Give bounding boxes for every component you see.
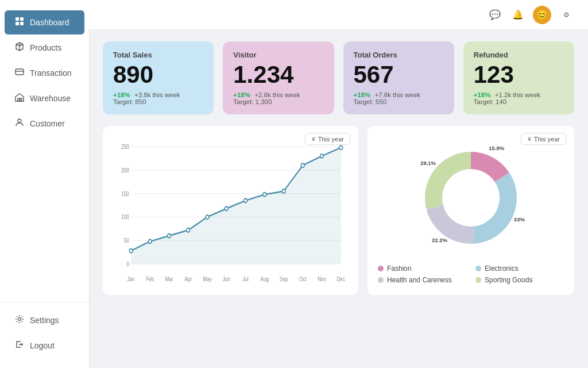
legend-dot [475, 266, 481, 271]
svg-point-38 [225, 206, 228, 210]
legend-label: Health and Careness [387, 276, 452, 284]
donut-legend: Fashion Electronics Health and Careness … [378, 264, 564, 284]
stat-weekly: +1.2k this week [495, 91, 541, 98]
legend-item: Sporting Goods [475, 276, 564, 284]
svg-point-36 [187, 228, 190, 232]
stat-card-visitor: Visitor 1.234 +18% +2.8k this week Targe… [223, 41, 334, 114]
sidebar-item-warehouse[interactable]: Warehouse [5, 86, 84, 110]
menu-icon[interactable]: ⚙ [558, 7, 574, 23]
svg-point-42 [301, 163, 304, 167]
settings-icon [15, 315, 24, 326]
svg-text:22.2%: 22.2% [432, 237, 447, 243]
sidebar-item-logout[interactable]: Logout [5, 334, 84, 358]
svg-text:33%: 33% [514, 217, 525, 223]
svg-text:Feb: Feb [146, 276, 154, 282]
sidebar-label: Transaction [30, 68, 72, 78]
sidebar-item-transaction[interactable]: Transaction [5, 61, 84, 85]
stat-target: Target: 1,300 [233, 98, 323, 105]
sidebar-label: Logout [30, 341, 55, 350]
stat-title: Total Sales [113, 51, 203, 59]
svg-rect-2 [16, 22, 19, 25]
svg-point-40 [263, 193, 266, 197]
charts-row: ∨ This year 050100150200250JanFebMarAprM… [103, 126, 574, 295]
stat-value: 567 [354, 62, 444, 88]
svg-point-35 [168, 234, 171, 238]
donut-chart: 15.8%33%22.2%29.1% [413, 140, 528, 255]
stat-sub: +18% +7.8k this week [354, 91, 444, 98]
svg-text:50: 50 [124, 238, 129, 244]
stat-percent: +18% [233, 91, 250, 98]
svg-point-43 [320, 154, 324, 158]
svg-rect-6 [20, 98, 22, 101]
svg-text:200: 200 [121, 167, 129, 174]
svg-rect-0 [16, 17, 19, 21]
stat-value: 1.234 [233, 62, 323, 88]
content-area: Total Sales 890 +18% +3.8k this week Tar… [89, 30, 588, 368]
svg-text:Jul: Jul [242, 276, 248, 282]
svg-text:Dec: Dec [336, 276, 345, 282]
legend-item: Health and Careness [378, 276, 466, 284]
stat-value: 123 [474, 62, 564, 88]
stat-weekly: +3.8k this week [134, 91, 180, 98]
bell-icon[interactable]: 🔔 [510, 7, 526, 23]
customer-icon [15, 118, 24, 129]
svg-text:29.1%: 29.1% [420, 160, 436, 166]
legend-dot [378, 266, 384, 271]
stat-percent: +18% [474, 91, 491, 98]
stat-target: Target: 550 [354, 98, 444, 105]
stat-title: Visitor [233, 51, 323, 59]
svg-point-41 [282, 189, 285, 193]
stat-value: 890 [113, 62, 203, 88]
sidebar: Dashboard Products Transaction Warehouse… [0, 0, 89, 368]
stat-card-refunded: Refunded 123 +18% +1.2k this week Target… [463, 41, 574, 114]
avatar[interactable]: 😊 [533, 6, 551, 24]
legend-item: Electronics [475, 264, 564, 273]
svg-text:May: May [203, 276, 212, 282]
svg-text:0: 0 [126, 261, 129, 267]
line-chart-filter[interactable]: ∨ This year [305, 133, 350, 145]
stat-weekly: +2.8k this week [254, 91, 300, 98]
svg-text:15.8%: 15.8% [489, 145, 504, 152]
transaction-icon [15, 67, 24, 79]
header: 💬 🔔 😊 ⚙ [89, 0, 588, 30]
chat-icon[interactable]: 💬 [487, 7, 503, 23]
dashboard-icon [15, 17, 24, 28]
legend-dot [378, 277, 384, 283]
stat-percent: +18% [354, 91, 371, 98]
stat-card-total-sales: Total Sales 890 +18% +3.8k this week Tar… [103, 41, 214, 114]
sidebar-item-customer[interactable]: Customer [5, 112, 84, 136]
svg-point-34 [148, 240, 152, 244]
main-content: 💬 🔔 😊 ⚙ Total Sales 890 +18% +3.8k this … [89, 0, 588, 368]
sidebar-label: Products [30, 43, 61, 52]
stat-sub: +18% +3.8k this week [113, 91, 203, 98]
stat-title: Refunded [474, 51, 564, 59]
stat-target: Target: 850 [113, 98, 203, 105]
svg-rect-3 [20, 22, 24, 25]
svg-point-33 [129, 249, 133, 253]
svg-text:150: 150 [121, 191, 129, 197]
svg-text:250: 250 [121, 144, 129, 150]
legend-label: Sporting Goods [485, 276, 532, 284]
svg-point-7 [18, 119, 21, 122]
svg-text:Aug: Aug [260, 276, 269, 282]
svg-point-37 [206, 215, 209, 219]
stat-title: Total Orders [354, 51, 444, 59]
sidebar-item-dashboard[interactable]: Dashboard [5, 10, 84, 34]
sidebar-item-products[interactable]: Products [5, 36, 84, 60]
svg-text:Mar: Mar [165, 276, 173, 282]
svg-text:Sep: Sep [280, 276, 288, 282]
stat-sub: +18% +2.8k this week [233, 91, 323, 98]
sidebar-label: Customer [30, 119, 65, 128]
chevron-down-icon: ∨ [311, 135, 316, 143]
warehouse-icon [15, 93, 24, 104]
svg-rect-4 [16, 69, 24, 75]
sidebar-label: Warehouse [30, 94, 71, 103]
svg-point-39 [244, 199, 247, 203]
svg-text:Jun: Jun [223, 276, 230, 282]
svg-text:Nov: Nov [318, 276, 326, 282]
legend-item: Fashion [378, 264, 466, 273]
legend-label: Fashion [387, 264, 412, 273]
line-chart: 050100150200250JanFebMarAprMayJunJulAugS… [113, 137, 348, 287]
sidebar-item-settings[interactable]: Settings [5, 308, 84, 332]
stats-row: Total Sales 890 +18% +3.8k this week Tar… [103, 41, 574, 114]
